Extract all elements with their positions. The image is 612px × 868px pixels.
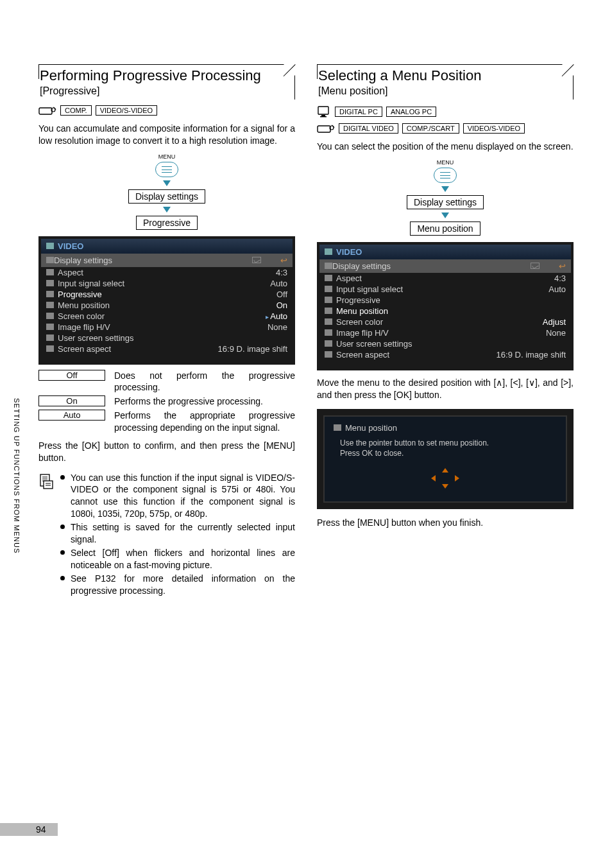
osd-adjust-line1: Use the pointer button to set menu posit…: [340, 438, 557, 449]
osd-row-value: 4:3: [554, 273, 566, 283]
osd-row: Aspect4:3: [319, 273, 571, 284]
arrow-down-icon: [442, 484, 448, 489]
section-title: Performing Progressive Processing: [38, 67, 294, 84]
osd-arrow-pad: [334, 468, 557, 489]
device-tag-row-top: DIGITAL PC ANALOG PC: [317, 105, 574, 119]
osd-row-value: Auto: [548, 284, 566, 294]
osd-row-label: Menu position: [46, 300, 110, 310]
osd-adjust-title-row: Menu position: [334, 423, 557, 433]
confirm-text: Press the [OK] button to confirm, and th…: [38, 440, 295, 464]
svg-rect-11: [320, 116, 327, 117]
menu-position-icon: [334, 424, 341, 431]
arrow-right-icon: [455, 475, 459, 482]
reset-icon: [531, 263, 540, 269]
sidebar-section-label: SETTING UP FUNCTIONS FROM MENUS: [13, 398, 21, 553]
svg-rect-6: [44, 481, 53, 489]
osd-row: Menu positionOn: [41, 300, 293, 311]
tag-video-svideo: VIDEO/S-VIDEO: [463, 123, 525, 134]
osd-row-label: Screen color: [325, 317, 383, 327]
section-subtitle: [Menu position]: [317, 85, 573, 97]
arrow-down-icon: [441, 213, 449, 218]
move-instruction: Move the menu to the desired position wi…: [317, 377, 574, 401]
osd-row-label: Aspect: [325, 273, 362, 283]
osd-row-value: 16:9 D. image shift: [218, 344, 287, 354]
osd-row: Screen colorAdjust: [319, 317, 571, 327]
osd-row-label: Screen aspect: [46, 344, 111, 354]
projector-icon: [317, 123, 335, 134]
osd-section-label: Display settings: [54, 256, 112, 265]
menu-nav-flow: MENU Display settings Menu position: [317, 159, 574, 236]
osd-row-icon: [46, 269, 54, 275]
section-header-left: Performing Progressive Processing [Progr…: [38, 64, 295, 100]
option-row: AutoPerforms the appropriate progressive…: [38, 410, 295, 433]
menu-button-icon: [155, 162, 178, 177]
osd-row: Screen aspect16:9 D. image shift: [319, 349, 571, 360]
left-column: Performing Progressive Processing [Progr…: [38, 64, 295, 598]
intro-paragraph: You can select the position of the menu …: [317, 141, 574, 153]
osd-row-value: Adjust: [543, 317, 566, 327]
osd-row-label: Aspect: [46, 268, 83, 277]
osd-row-value: None: [268, 322, 287, 332]
page-number: 94: [36, 824, 46, 835]
back-icon: ↩: [280, 256, 287, 265]
tag-video-svideo: VIDEO/S-VIDEO: [96, 105, 158, 116]
info-note-item: You can use this function if the input s…: [60, 472, 295, 521]
osd-row-icon: [325, 340, 332, 347]
osd-row-label: Progressive: [46, 290, 102, 299]
osd-row-label: Menu position: [325, 306, 388, 316]
osd-section-row: Display settings ↩: [41, 254, 293, 267]
osd-row-label: Image flip H/V: [46, 322, 110, 332]
info-note-item: This setting is saved for the currently …: [60, 521, 295, 546]
tag-comp-scart: COMP./SCART: [402, 123, 459, 134]
note-icon: [38, 472, 54, 598]
flow-step-display-settings: Display settings: [128, 189, 205, 204]
menu-button-icon: [434, 168, 457, 183]
osd-panel-left: VIDEO Display settings ↩ Aspect4:3Input …: [38, 236, 295, 365]
osd-row-value: On: [276, 300, 287, 310]
osd-row: Image flip H/VNone: [41, 322, 293, 333]
tag-digital-pc: DIGITAL PC: [335, 107, 382, 117]
intro-paragraph: You can accumulate and composite informa…: [38, 123, 295, 147]
svg-rect-10: [321, 115, 325, 116]
option-description: Does not perform the progressive process…: [114, 370, 295, 393]
option-row: OffDoes not perform the progressive proc…: [38, 370, 295, 393]
osd-row-label: Progressive: [325, 295, 380, 305]
flow-step-menu-position: Menu position: [410, 221, 480, 236]
osd-row: Screen aspect16:9 D. image shift: [41, 343, 293, 354]
osd-row-label: Screen color: [46, 311, 105, 321]
osd-row: ProgressiveOff: [41, 289, 293, 300]
osd-row-icon: [46, 291, 54, 297]
osd-section-label: Display settings: [332, 261, 391, 271]
arrow-down-icon: [163, 207, 171, 213]
flow-step-display-settings: Display settings: [407, 195, 484, 209]
arrow-down-icon: [441, 186, 449, 192]
osd-row: Image flip H/VNone: [319, 327, 571, 338]
osd-row-label: Input signal select: [46, 279, 124, 288]
osd-header-text: VIDEO: [58, 241, 83, 251]
osd-row: Input signal selectAuto: [41, 278, 293, 289]
info-note-item: Select [Off] when flickers and horizonta…: [60, 547, 295, 571]
option-label: Auto: [38, 410, 105, 421]
projector-icon: [38, 105, 56, 116]
flow-step-progressive: Progressive: [136, 216, 198, 230]
osd-row: Menu position: [319, 306, 571, 317]
osd-row-value: Auto: [270, 279, 287, 288]
menu-button-label: MENU: [437, 159, 454, 166]
device-tag-row-bottom: DIGITAL VIDEO COMP./SCART VIDEO/S-VIDEO: [317, 123, 574, 134]
osd-adjust-title: Menu position: [345, 423, 397, 433]
osd-row: Input signal selectAuto: [319, 284, 571, 295]
osd-row-label: User screen settings: [46, 333, 134, 343]
info-note-list: You can use this function if the input s…: [60, 472, 295, 598]
option-row: OnPerforms the progressive processing.: [38, 395, 295, 407]
option-label: Off: [38, 370, 105, 381]
menu-nav-flow: MENU Display settings Progressive: [38, 153, 295, 230]
osd-row: User screen settings: [319, 338, 571, 349]
option-label: On: [38, 395, 105, 406]
tag-analog-pc: ANALOG PC: [386, 107, 436, 117]
page-number-bar: [0, 823, 58, 836]
svg-rect-12: [318, 126, 330, 132]
osd-row-icon: [46, 334, 54, 341]
arrow-up-icon: [442, 468, 448, 473]
osd-section-row: Display settings ↩: [319, 259, 571, 273]
svg-rect-0: [39, 108, 52, 114]
